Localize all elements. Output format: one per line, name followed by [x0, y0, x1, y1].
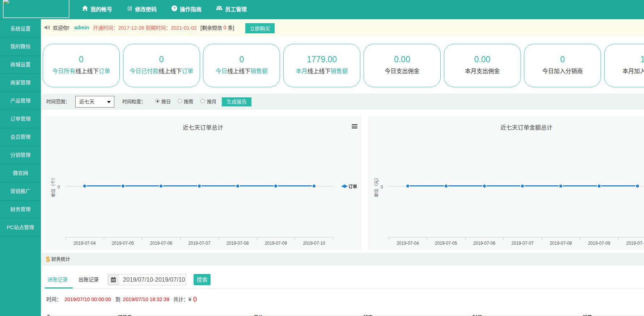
svg-text:?: ?: [173, 6, 176, 10]
